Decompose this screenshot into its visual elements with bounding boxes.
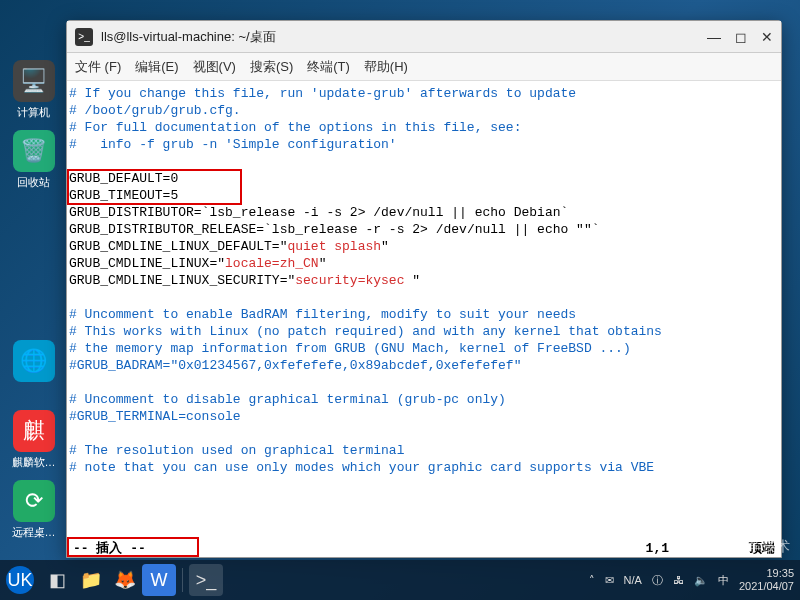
tray-info-icon[interactable]: ⓘ (652, 573, 663, 588)
editor-line (69, 425, 779, 442)
editor-line: # Uncomment to enable BadRAM filtering, … (69, 306, 779, 323)
desktop-icon-label: 计算机 (6, 105, 61, 120)
editor-line: #GRUB_TERMINAL=console (69, 408, 779, 425)
watermark-site: 知乎 (672, 538, 700, 556)
editor-line: GRUB_CMDLINE_LINUX_DEFAULT="quiet splash… (69, 238, 779, 255)
vim-cursor-pos: 1,1 (646, 540, 669, 557)
tray-network-icon[interactable]: 🖧 (673, 574, 684, 586)
watermark: 知乎 @偷偷学技术 (672, 538, 790, 556)
menu-file[interactable]: 文件 (F) (75, 58, 121, 76)
terminal-content[interactable]: # If you change this file, run 'update-g… (67, 81, 781, 557)
editor-line: # the memory map information from GRUB (… (69, 340, 779, 357)
editor-line: # The resolution used on graphical termi… (69, 442, 779, 459)
terminal-window: >_ lls@lls-virtual-machine: ~/桌面 — ◻ ✕ 文… (66, 20, 782, 558)
menubar: 文件 (F) 编辑(E) 视图(V) 搜索(S) 终端(T) 帮助(H) (67, 53, 781, 81)
start-button[interactable]: UK (6, 566, 34, 594)
tray-date: 2021/04/07 (739, 580, 794, 593)
minimize-button[interactable]: — (707, 29, 721, 45)
titlebar[interactable]: >_ lls@lls-virtual-machine: ~/桌面 — ◻ ✕ (67, 21, 781, 53)
close-button[interactable]: ✕ (761, 29, 773, 45)
tray-temp-label: N/A (624, 574, 642, 586)
editor-line: GRUB_DEFAULT=0 (69, 170, 779, 187)
editor-line: GRUB_CMDLINE_LINUX_SECURITY="security=ky… (69, 272, 779, 289)
menu-help[interactable]: 帮助(H) (364, 58, 408, 76)
editor-line (69, 153, 779, 170)
tray-time: 19:35 (739, 567, 794, 580)
taskbar-firefox-icon[interactable]: 🦊 (108, 564, 142, 596)
editor-line (69, 374, 779, 391)
menu-terminal[interactable]: 终端(T) (307, 58, 350, 76)
taskbar: UK ◧ 📁 🦊 W >_ ˄ ✉ N/A ⓘ 🖧 🔈 中 19:35 2021… (0, 560, 800, 600)
taskbar-task-view-icon[interactable]: ◧ (40, 564, 74, 596)
tray-up-icon[interactable]: ˄ (589, 574, 595, 587)
vim-mode: -- 插入 -- (73, 540, 146, 557)
editor-line: GRUB_CMDLINE_LINUX="locale=zh_CN" (69, 255, 779, 272)
menu-view[interactable]: 视图(V) (193, 58, 236, 76)
editor-line: GRUB_DISTRIBUTOR=`lsb_release -i -s 2> /… (69, 204, 779, 221)
editor-line: # This works with Linux (no patch requir… (69, 323, 779, 340)
desktop-icon-computer[interactable]: 🖥️ 计算机 (6, 60, 61, 120)
editor-line: # /boot/grub/grub.cfg. (69, 102, 779, 119)
taskbar-wps-icon[interactable]: W (142, 564, 176, 596)
menu-search[interactable]: 搜索(S) (250, 58, 293, 76)
editor-line: # note that you can use only modes which… (69, 459, 779, 476)
desktop-icon-browser[interactable]: 🌐 (6, 340, 61, 385)
menu-edit[interactable]: 编辑(E) (135, 58, 178, 76)
tray-ime-label[interactable]: 中 (718, 573, 729, 588)
terminal-icon: >_ (75, 28, 93, 46)
desktop-icon-kirin[interactable]: 麒 麒麟软… (6, 410, 61, 470)
editor-line: # Uncomment to disable graphical termina… (69, 391, 779, 408)
editor-line (69, 289, 779, 306)
desktop-icon-label: 麒麟软… (6, 455, 61, 470)
tray-volume-icon[interactable]: 🔈 (694, 574, 708, 587)
desktop-icon-remote[interactable]: ⟳ 远程桌… (6, 480, 61, 540)
editor-line: GRUB_DISTRIBUTOR_RELEASE=`lsb_release -r… (69, 221, 779, 238)
editor-line: GRUB_TIMEOUT=5 (69, 187, 779, 204)
taskbar-terminal-icon[interactable]: >_ (189, 564, 223, 596)
desktop-icon-trash[interactable]: 🗑️ 回收站 (6, 130, 61, 190)
tray-clock[interactable]: 19:35 2021/04/07 (739, 567, 794, 593)
editor-line: # For full documentation of the options … (69, 119, 779, 136)
taskbar-file-manager-icon[interactable]: 📁 (74, 564, 108, 596)
editor-line: # If you change this file, run 'update-g… (69, 85, 779, 102)
watermark-user: @偷偷学技术 (706, 538, 790, 556)
editor-line: #GRUB_BADRAM="0x01234567,0xfefefefe,0x89… (69, 357, 779, 374)
maximize-button[interactable]: ◻ (735, 29, 747, 45)
desktop-icon-label: 回收站 (6, 175, 61, 190)
window-title: lls@lls-virtual-machine: ~/桌面 (101, 28, 707, 46)
desktop-icon-label: 远程桌… (6, 525, 61, 540)
editor-line: # info -f grub -n 'Simple configuration' (69, 136, 779, 153)
tray-notify-icon[interactable]: ✉ (605, 574, 614, 587)
